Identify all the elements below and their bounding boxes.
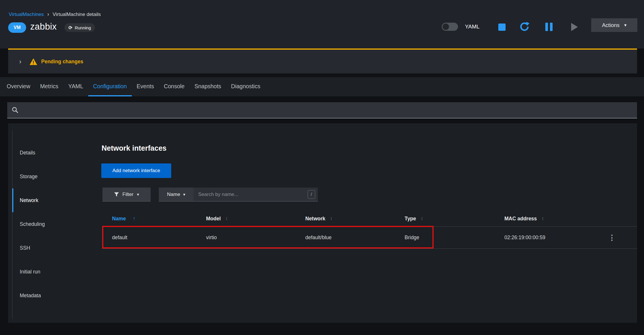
switch-knob xyxy=(443,24,449,30)
name-search-field: / xyxy=(194,188,318,201)
section-heading: Network interfaces xyxy=(102,144,167,152)
configuration-sidebar: Details Storage Network Scheduling SSH I… xyxy=(12,130,99,319)
pending-changes-alert: › Pending changes xyxy=(8,48,637,73)
search-attribute-label: Name xyxy=(167,192,180,197)
alert-expand-toggle[interactable]: › xyxy=(18,58,23,65)
filter-icon xyxy=(114,192,119,197)
breadcrumb: VirtualMachines › VirtualMachine details xyxy=(9,11,101,18)
tab-yaml[interactable]: YAML xyxy=(63,77,88,96)
sidebar-item-scheduling[interactable]: Scheduling xyxy=(12,212,99,236)
status-label: Running xyxy=(75,25,91,30)
global-search-input[interactable] xyxy=(22,102,637,118)
search-icon xyxy=(12,107,18,113)
kebab-menu-button[interactable]: ⋮ xyxy=(603,234,616,241)
search-attribute-dropdown[interactable]: Name ▾ xyxy=(159,188,194,201)
configuration-panel: Details Storage Network Scheduling SSH I… xyxy=(8,123,637,323)
column-header-type[interactable]: Type ↕ xyxy=(405,216,504,222)
cell-network: default/blue xyxy=(305,235,405,241)
pause-icon xyxy=(545,23,548,31)
cell-name: default xyxy=(102,235,206,241)
column-header-mac-address[interactable]: MAC address ↕ xyxy=(504,216,603,222)
configuration-search-bar xyxy=(7,102,637,118)
tab-overview[interactable]: Overview xyxy=(2,77,35,96)
table-row: default virtio default/blue Bridge 02:26… xyxy=(102,227,637,249)
tab-bar: Overview Metrics YAML Configuration Even… xyxy=(0,77,644,96)
play-vm-button[interactable] xyxy=(571,23,578,31)
page-header: VirtualMachines › VirtualMachine details… xyxy=(0,0,644,48)
yaml-switch-label: YAML xyxy=(465,24,479,30)
caret-down-icon: ▾ xyxy=(137,192,139,197)
restart-icon xyxy=(519,21,530,32)
vm-details-page: VirtualMachines › VirtualMachine details… xyxy=(0,0,644,335)
network-interfaces-table: Name ↑ Model ↕ Network ↕ Type ↕ MAC addr… xyxy=(102,211,637,249)
page-title: zabbix xyxy=(30,21,57,32)
filter-dropdown[interactable]: Filter ▾ xyxy=(102,188,151,201)
sidebar-item-initial-run[interactable]: Initial run xyxy=(12,260,99,284)
tab-snapshots[interactable]: Snapshots xyxy=(190,77,226,96)
cell-type: Bridge xyxy=(405,235,504,241)
tab-configuration[interactable]: Configuration xyxy=(88,77,132,96)
actions-label: Actions xyxy=(602,22,620,28)
vm-kind-badge: VM xyxy=(8,22,26,33)
play-icon xyxy=(571,23,578,31)
sidebar-item-details[interactable]: Details xyxy=(12,141,99,165)
status-badge[interactable]: ⟳ Running xyxy=(64,23,95,32)
cell-mac-address: 02:26:19:00:00:59 xyxy=(504,235,603,241)
tab-metrics[interactable]: Metrics xyxy=(35,77,63,96)
tab-events[interactable]: Events xyxy=(132,77,159,96)
sort-icon: ↕ xyxy=(226,216,228,221)
chevron-right-icon: › xyxy=(19,57,21,65)
caret-down-icon: ▾ xyxy=(624,22,627,28)
sidebar-item-metadata[interactable]: Metadata xyxy=(12,284,99,307)
sort-icon: ↕ xyxy=(542,216,544,221)
name-search-input[interactable] xyxy=(194,188,308,201)
breadcrumb-current: VirtualMachine details xyxy=(53,12,101,17)
add-network-interface-button[interactable]: Add network interface xyxy=(101,163,171,178)
column-header-network[interactable]: Network ↕ xyxy=(305,216,405,222)
sidebar-item-storage[interactable]: Storage xyxy=(12,165,99,188)
sidebar-item-ssh[interactable]: SSH xyxy=(12,236,99,260)
sidebar-item-network[interactable]: Network xyxy=(12,188,99,212)
table-header-row: Name ↑ Model ↕ Network ↕ Type ↕ MAC addr… xyxy=(102,211,637,227)
cell-model: virtio xyxy=(206,235,305,241)
stop-vm-button[interactable] xyxy=(497,23,506,31)
yaml-switch[interactable] xyxy=(442,23,458,31)
sort-ascending-icon: ↑ xyxy=(133,216,136,221)
slash-shortcut-hint: / xyxy=(308,190,315,199)
column-header-name[interactable]: Name ↑ xyxy=(102,216,206,222)
sort-icon: ↕ xyxy=(421,216,423,221)
alert-title: Pending changes xyxy=(41,59,83,65)
actions-dropdown-button[interactable]: Actions ▾ xyxy=(591,18,637,32)
chevron-right-icon: › xyxy=(47,11,49,18)
caret-down-icon: ▾ xyxy=(183,192,185,197)
tab-diagnostics[interactable]: Diagnostics xyxy=(226,77,265,96)
restart-vm-button[interactable] xyxy=(519,21,530,32)
tab-console[interactable]: Console xyxy=(159,77,190,96)
filter-label: Filter xyxy=(122,192,134,197)
column-header-model[interactable]: Model ↕ xyxy=(206,216,305,222)
breadcrumb-virtualmachines-link[interactable]: VirtualMachines xyxy=(9,12,44,17)
stop-icon xyxy=(498,24,506,31)
sort-icon: ↕ xyxy=(330,216,333,221)
pause-vm-button[interactable] xyxy=(544,23,554,31)
warning-icon xyxy=(30,58,37,65)
sync-icon: ⟳ xyxy=(68,25,72,30)
